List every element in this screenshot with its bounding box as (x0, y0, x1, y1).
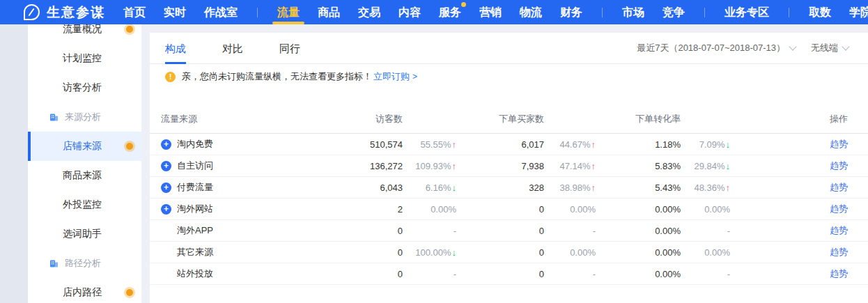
left-rail (0, 24, 28, 303)
conversion-value: 0.00% (596, 269, 681, 279)
source-name: 自主访问 (177, 160, 213, 172)
trend-link[interactable]: 趋势 (830, 160, 848, 171)
tab-peers[interactable]: 同行 (279, 33, 300, 64)
source-name: 其它来源 (177, 246, 213, 258)
conversion-value: 0.00% (596, 226, 681, 236)
sidebar-item[interactable]: 店内路径 (28, 278, 141, 303)
building-icon (49, 113, 59, 122)
buyers-value: 7,938 (456, 161, 544, 171)
trend-link[interactable]: 趋势 (830, 203, 848, 214)
sidebar-item[interactable]: 流量概况 (28, 24, 141, 44)
nav-item[interactable]: 市场 (622, 0, 644, 24)
nav-item[interactable]: 财务 (560, 0, 582, 24)
nav-item[interactable]: 商品 (318, 0, 340, 24)
nav-item[interactable]: 服务 (439, 0, 461, 24)
expand-plus-icon[interactable]: + (161, 204, 171, 215)
buyers-change: - (544, 269, 596, 279)
sidebar-item[interactable]: 访客分析 (28, 73, 141, 102)
conversion-change: 48.36%↑ (681, 182, 730, 193)
tab-composition[interactable]: 构成 (165, 33, 186, 64)
nav-item[interactable]: 实时 (164, 0, 186, 24)
chevron-down-icon (789, 42, 796, 50)
visitors-value: 2 (324, 204, 403, 215)
conversion-change: - (681, 269, 730, 279)
header-action: 操作 (730, 113, 848, 125)
visitors-value: 0 (324, 247, 403, 258)
tab-compare[interactable]: 对比 (222, 33, 243, 64)
conversion-change: - (681, 226, 730, 236)
header-buyers: 下单买家数 (456, 113, 544, 125)
trend-link[interactable]: 趋势 (830, 182, 848, 192)
buyers-value: 0 (456, 247, 544, 258)
top-nav: 生意参谋 首页实时作战室流量商品交易内容服务营销物流财务市场竞争业务专区取数学院 (0, 0, 868, 24)
expand-plus-icon[interactable]: + (161, 182, 171, 193)
sidebar-list: 流量概况计划监控访客分析 来源分析 店铺来源商品来源外投监控选词助手 (28, 24, 141, 303)
buyers-change: 0.00% (544, 247, 596, 258)
sidebar-item[interactable]: 外投监控 (28, 190, 141, 219)
subscribe-notice: ! 亲，您尚未订购流量纵横，无法查看更多指标！ 立即订购 > (165, 68, 868, 85)
visitors-value: 6,043 (324, 182, 403, 193)
visitors-change: 0.00% (403, 204, 456, 215)
nav-item[interactable]: 首页 (123, 0, 146, 24)
sidebar-item[interactable]: 计划监控 (28, 44, 141, 73)
sidebar-item[interactable]: 选词助手 (28, 219, 141, 249)
buyers-change: 47.14%↑ (544, 161, 596, 171)
tab-bar: 构成 对比 同行 最近7天（2018-07-07~2018-07-13） 无线端 (150, 33, 868, 64)
nav-item[interactable]: 物流 (520, 0, 542, 24)
brand-logo-icon (24, 4, 40, 20)
premium-dot-icon (124, 24, 135, 35)
source-name: 淘外APP (177, 224, 213, 237)
nav-divider (257, 8, 258, 17)
table-row: + 付费流量 6,043 6.16%↓ 328 38.98%↑ 5.43% 48… (150, 177, 868, 199)
visitors-change: 55.55%↑ (403, 139, 456, 150)
table-row: + 淘外网站 2 0.00% 0 0.00% 0.00% 0.00% 趋势 (150, 199, 868, 220)
nav-item[interactable]: 竞争 (662, 0, 685, 24)
expand-plus-icon[interactable]: + (161, 139, 171, 150)
subscribe-now-link[interactable]: 立即订购 (373, 70, 410, 83)
nav-item[interactable]: 营销 (479, 0, 502, 24)
building-icon (49, 259, 59, 268)
nav-item[interactable]: 流量 (277, 0, 300, 24)
trend-link[interactable]: 趋势 (830, 225, 848, 235)
expand-plus-icon[interactable]: + (161, 161, 171, 171)
nav-item[interactable]: 业务专区 (724, 0, 769, 24)
trend-link[interactable]: 趋势 (830, 139, 848, 149)
visitors-change: - (403, 269, 456, 279)
header-source: 流量来源 (150, 113, 324, 125)
source-name: 淘内免费 (177, 138, 213, 150)
nav-item[interactable]: 内容 (398, 0, 421, 24)
header-visitors: 访客数 (324, 113, 403, 125)
table-row: + 其它来源 0 100.00%↓ 0 0.00% 0.00% 0.00% 趋势 (150, 242, 868, 263)
header-conversion: 下单转化率 (596, 113, 681, 125)
visitors-value: 0 (324, 226, 403, 236)
visitors-change: 100.00%↓ (403, 247, 456, 258)
trend-link[interactable]: 趋势 (830, 247, 848, 257)
main-panel: 构成 对比 同行 最近7天（2018-07-07~2018-07-13） 无线端… (150, 33, 868, 303)
conversion-change: 0.00% (681, 204, 730, 215)
visitors-value: 0 (324, 269, 403, 279)
trend-link[interactable]: 趋势 (830, 268, 848, 279)
sidebar-item[interactable]: 商品来源 (28, 161, 141, 190)
nav-divider (789, 8, 789, 17)
premium-dot-icon (124, 141, 135, 152)
sidebar-item[interactable]: 店铺来源 (28, 132, 141, 161)
nav-divider (704, 8, 705, 17)
sidebar: 流量概况计划监控访客分析 来源分析 店铺来源商品来源外投监控选词助手 (28, 24, 141, 303)
source-name: 站外投放 (177, 267, 213, 280)
table-body: + 淘内免费 510,574 55.55%↑ 6,017 44.67%↑ 1.1… (150, 134, 868, 285)
warning-circle-icon: ! (165, 72, 176, 82)
buyers-change: 0.00% (544, 204, 596, 215)
nav-item[interactable]: 作战室 (204, 0, 238, 24)
date-range-selector[interactable]: 最近7天（2018-07-07~2018-07-13） (637, 42, 796, 54)
nav-item[interactable]: 取数 (809, 0, 831, 24)
notification-badge (461, 2, 466, 7)
chevron-down-icon (842, 42, 849, 50)
conversion-value: 0.00% (596, 204, 681, 215)
conversion-change: 29.84%↓ (681, 161, 730, 171)
terminal-selector[interactable]: 无线端 (811, 42, 848, 54)
nav-divider (602, 8, 603, 17)
nav-item[interactable]: 交易 (358, 0, 380, 24)
visitors-change: 109.93%↑ (403, 161, 456, 171)
filters: 最近7天（2018-07-07~2018-07-13） 无线端 (621, 42, 848, 54)
nav-item[interactable]: 学院 (849, 0, 868, 24)
